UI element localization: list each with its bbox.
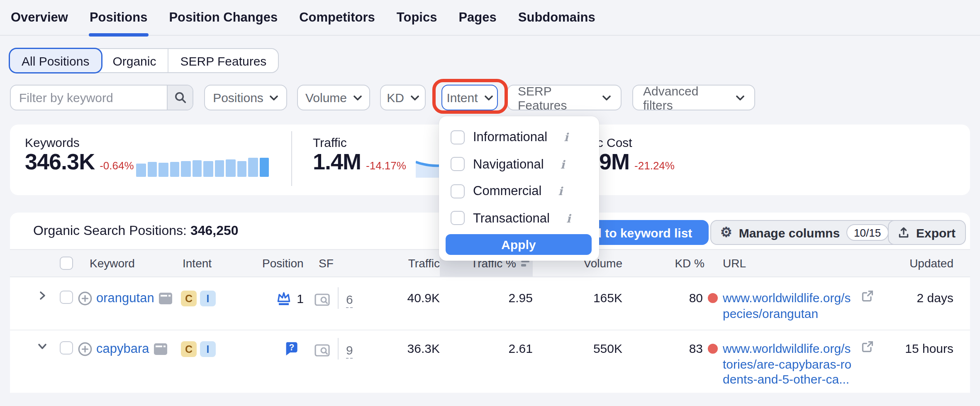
kd-filter-dropdown[interactable]: KD	[380, 85, 426, 110]
tab-subdomains[interactable]: Subdomains	[518, 0, 595, 35]
keyword-filter-input[interactable]	[11, 86, 167, 110]
table-row: capybara C I ?	[10, 330, 970, 393]
intent-option-navigational[interactable]: Navigational i	[446, 151, 592, 178]
tab-pages[interactable]: Pages	[458, 0, 496, 35]
filter-bar: Positions Volume KD Intent SERP Features…	[0, 85, 980, 110]
intent-option-informational[interactable]: Informational i	[446, 124, 592, 151]
position-cell: 1	[262, 277, 304, 306]
kd-value: 83	[689, 341, 703, 355]
header-url[interactable]: URL	[719, 250, 880, 276]
manage-columns-button[interactable]: ⚙ Manage columns 10/15	[710, 220, 898, 245]
tab-topics[interactable]: Topics	[397, 0, 437, 35]
keyword-link[interactable]: orangutan	[96, 291, 154, 306]
intent-badge-commercial[interactable]: C	[181, 341, 197, 357]
header-keyword[interactable]: Keyword	[78, 250, 181, 276]
volume-filter-label: Volume	[305, 90, 347, 105]
intent-option-transactional[interactable]: Transactional i	[446, 205, 592, 232]
updated-cell: 2 days	[880, 277, 953, 305]
tab-positions[interactable]: Positions	[90, 0, 148, 35]
apply-button[interactable]: Apply	[446, 234, 592, 255]
serp-snapshot-icon[interactable]	[154, 342, 168, 355]
keywords-stat-value: 346.3K	[25, 151, 95, 174]
url-link[interactable]: pecies/orangutan	[723, 306, 858, 321]
segment-organic[interactable]: Organic	[101, 49, 168, 72]
advanced-filters-dropdown[interactable]: Advanced filters	[632, 85, 755, 110]
traffic-pct-cell: 2.61	[440, 330, 533, 355]
info-icon[interactable]: i	[566, 212, 570, 225]
trend-bar	[181, 161, 190, 177]
table-row: orangutan C I 1	[10, 277, 970, 330]
header-kd[interactable]: KD %	[622, 250, 719, 276]
info-icon[interactable]: i	[564, 131, 568, 144]
intent-badge-informational[interactable]: I	[200, 291, 216, 306]
select-all-checkbox[interactable]	[60, 257, 73, 270]
crown-position-icon	[275, 291, 292, 306]
info-icon[interactable]: i	[558, 185, 562, 198]
segment-all-positions[interactable]: All Positions	[10, 49, 101, 72]
url-link[interactable]: dents-and-5-other-ca...	[723, 372, 858, 387]
row-expander-expanded[interactable]	[22, 330, 55, 351]
commercial-label: Commercial	[473, 184, 541, 199]
volume-filter-dropdown[interactable]: Volume	[297, 85, 370, 110]
informational-checkbox[interactable]	[451, 130, 465, 144]
header-position[interactable]: Position	[262, 250, 304, 276]
serp-preview-icon[interactable]	[314, 344, 330, 357]
header-intent[interactable]: Intent	[181, 250, 262, 276]
commercial-checkbox[interactable]	[451, 184, 465, 198]
traffic-cell: 40.9K	[357, 277, 440, 305]
external-link-icon[interactable]	[861, 290, 874, 302]
top-nav: Overview Positions Position Changes Comp…	[0, 0, 980, 36]
intent-filter-label: Intent	[446, 90, 478, 105]
transactional-checkbox[interactable]	[451, 211, 465, 225]
organic-research-page: Overview Positions Position Changes Comp…	[0, 0, 980, 406]
add-keyword-icon[interactable]	[78, 291, 92, 305]
trend-bar	[215, 160, 224, 177]
navigational-label: Navigational	[473, 157, 544, 172]
header-sf[interactable]: SF	[304, 250, 357, 276]
info-icon[interactable]: i	[561, 158, 565, 171]
sf-count[interactable]: 6	[346, 291, 353, 308]
url-link[interactable]: tories/are-capybaras-ro	[723, 357, 858, 372]
volume-cell: 165K	[533, 277, 622, 305]
sf-count[interactable]: 9	[346, 342, 353, 359]
intent-option-commercial[interactable]: Commercial i	[446, 178, 592, 205]
intent-filter-dropdown[interactable]: Intent	[441, 85, 498, 110]
header-updated[interactable]: Updated	[880, 250, 953, 276]
keywords-stat-delta: -0.64%	[100, 159, 134, 172]
navigational-checkbox[interactable]	[451, 157, 465, 171]
trend-bar	[203, 161, 213, 177]
trend-bar	[259, 158, 269, 177]
row-expander-collapsed[interactable]	[22, 277, 55, 301]
url-link[interactable]: www.worldwildlife.org/s	[723, 291, 858, 306]
sf-divider	[338, 287, 339, 309]
positions-type-switch: All Positions Organic SERP Features	[10, 49, 278, 72]
trend-bar	[226, 159, 235, 177]
row-checkbox[interactable]	[60, 341, 73, 355]
serp-snapshot-icon[interactable]	[158, 292, 173, 304]
trend-bar	[237, 161, 246, 177]
svg-text:?: ?	[289, 342, 295, 352]
tab-competitors[interactable]: Competitors	[299, 0, 375, 35]
segment-serp-features[interactable]: SERP Features	[168, 49, 278, 72]
table-title-text: Organic Search Positions:	[33, 223, 187, 237]
add-keyword-icon[interactable]	[78, 342, 92, 356]
export-button[interactable]: Export	[888, 220, 965, 245]
chevron-down-icon	[270, 95, 278, 100]
serp-features-filter-dropdown[interactable]: SERP Features	[507, 85, 622, 110]
row-checkbox[interactable]	[60, 291, 73, 304]
header-traffic[interactable]: Traffic	[357, 250, 440, 276]
traffic-pct-cell: 2.95	[440, 277, 533, 305]
positions-filter-dropdown[interactable]: Positions	[204, 85, 287, 110]
traffic-cell: 36.3K	[357, 330, 440, 355]
tab-overview[interactable]: Overview	[11, 0, 68, 35]
external-link-icon[interactable]	[861, 340, 874, 353]
intent-cell: C I	[181, 277, 262, 306]
intent-badge-commercial[interactable]: C	[181, 291, 197, 306]
search-button[interactable]	[167, 86, 193, 110]
keyword-link[interactable]: capybara	[96, 341, 149, 356]
serp-preview-icon[interactable]	[314, 293, 330, 306]
url-link[interactable]: www.worldwildlife.org/s	[723, 341, 858, 357]
traffic-stat-value-row: 1.4M -14.17%	[313, 151, 406, 174]
tab-position-changes[interactable]: Position Changes	[169, 0, 278, 35]
intent-badge-informational[interactable]: I	[200, 341, 216, 357]
